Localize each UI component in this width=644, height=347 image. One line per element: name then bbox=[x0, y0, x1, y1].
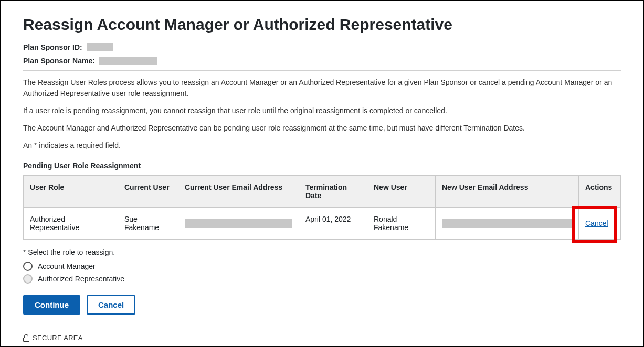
select-role-prompt: * Select the role to reassign. bbox=[23, 248, 621, 256]
pending-reassignment-header: Pending User Role Reassignment bbox=[23, 161, 621, 170]
cell-new-email bbox=[436, 208, 579, 240]
secure-area-label: SECURE AREA bbox=[33, 334, 83, 342]
continue-button[interactable]: Continue bbox=[23, 295, 80, 315]
cancel-button[interactable]: Cancel bbox=[87, 295, 135, 315]
button-row: Continue Cancel bbox=[23, 295, 621, 315]
table-row: Authorized Representative Sue Fakename A… bbox=[24, 208, 621, 240]
page-container: Reassign Account Manager or Authorized R… bbox=[0, 0, 644, 347]
plan-sponsor-name-label: Plan Sponsor Name: bbox=[23, 57, 95, 65]
radio-authorized-representative[interactable]: Authorized Representative bbox=[23, 274, 621, 284]
page-title: Reassign Account Manager or Authorized R… bbox=[23, 16, 621, 34]
cancel-link[interactable]: Cancel bbox=[585, 219, 608, 227]
col-new-email: New User Email Address bbox=[436, 176, 579, 208]
cell-user-role: Authorized Representative bbox=[24, 208, 118, 240]
cell-current-email bbox=[178, 208, 299, 240]
radio-label-authorized-representative: Authorized Representative bbox=[38, 275, 124, 283]
col-termination-date: Termination Date bbox=[299, 176, 367, 208]
plan-sponsor-name-redacted bbox=[99, 57, 157, 65]
secure-area-indicator: SECURE AREA bbox=[23, 334, 83, 342]
col-user-role: User Role bbox=[24, 176, 118, 208]
current-email-redacted bbox=[185, 219, 292, 228]
plan-sponsor-id-redacted bbox=[87, 43, 113, 51]
radio-label-account-manager: Account Manager bbox=[38, 262, 96, 270]
plan-sponsor-id-label: Plan Sponsor ID: bbox=[23, 43, 82, 51]
col-current-user: Current User bbox=[118, 176, 178, 208]
description-4: An * indicates a required field. bbox=[23, 140, 621, 151]
new-email-redacted bbox=[442, 219, 572, 228]
pending-reassignment-table: User Role Current User Current User Emai… bbox=[23, 175, 621, 240]
radio-account-manager[interactable]: Account Manager bbox=[23, 262, 621, 271]
description-3: The Account Manager and Authorized Repre… bbox=[23, 123, 621, 134]
cell-new-user: Ronald Fakename bbox=[367, 208, 436, 240]
description-2: If a user role is pending reassignment, … bbox=[23, 105, 621, 116]
cell-current-user: Sue Fakename bbox=[118, 208, 178, 240]
radio-icon bbox=[23, 274, 33, 284]
plan-sponsor-name-row: Plan Sponsor Name: bbox=[23, 57, 621, 65]
col-actions: Actions bbox=[579, 176, 621, 208]
col-new-user: New User bbox=[367, 176, 436, 208]
lock-icon bbox=[23, 334, 30, 342]
col-current-email: Current User Email Address bbox=[178, 176, 299, 208]
cell-termination-date: April 01, 2022 bbox=[299, 208, 367, 240]
table-header-row: User Role Current User Current User Emai… bbox=[24, 176, 621, 208]
plan-sponsor-id-row: Plan Sponsor ID: bbox=[23, 43, 621, 51]
divider bbox=[23, 70, 621, 71]
cell-actions: Cancel bbox=[579, 208, 621, 240]
description-1: The Reassign User Roles process allows y… bbox=[23, 77, 621, 99]
radio-icon bbox=[23, 262, 33, 271]
